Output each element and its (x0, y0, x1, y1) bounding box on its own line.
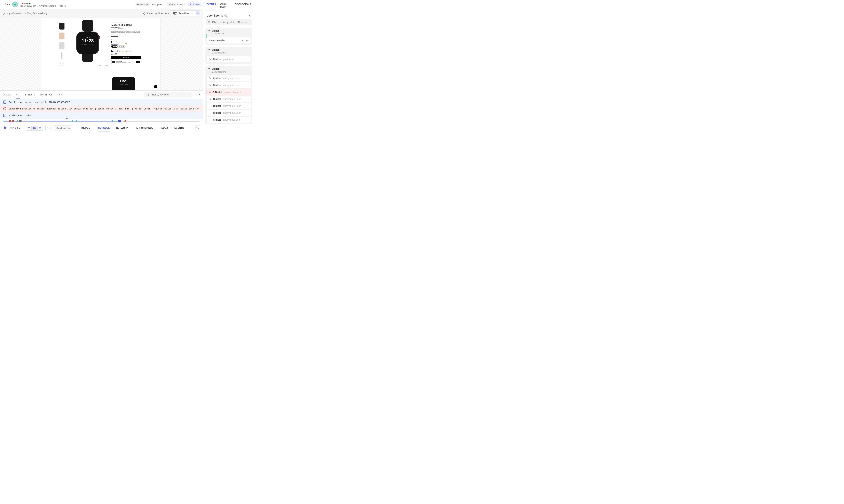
event-group-header[interactable]: Visited/2143/sessions (206, 28, 252, 36)
tab-events[interactable]: EVENTS (174, 124, 184, 132)
thumbnail-more-button[interactable]: ⌄ (60, 62, 64, 66)
click-event[interactable]: Clickedanonymous user (207, 110, 251, 116)
console-line[interactable]: !Unhandled Promise rejection: Request fa… (0, 105, 203, 112)
avatar[interactable] (12, 1, 18, 7)
fullscreen-button[interactable] (195, 126, 200, 131)
time-display[interactable]: 0:01 / 0:55 (10, 127, 24, 129)
play-button[interactable] (3, 126, 7, 130)
page-url[interactable]: https://www.url.com/file/y5werXAxRkIg...… (2, 12, 50, 15)
share-button[interactable]: Share (143, 12, 153, 15)
url-bar: https://www.url.com/file/y5werXAxRkIg...… (0, 9, 203, 18)
tab-redux[interactable]: REDUX (160, 124, 168, 132)
show-more-link[interactable]: Show More… (111, 35, 141, 36)
player-controls: 0:01 / 0:55 10s 1x Skip Inactivity INSPE… (0, 124, 203, 132)
tab-inspect[interactable]: INSPECT (81, 124, 92, 132)
console-tab-errors[interactable]: ERRORS (25, 91, 35, 98)
sidebar-tab-clickmap[interactable]: CLICK MAP (220, 0, 230, 11)
skip-inactivity-button[interactable]: Skip Inactivity (54, 126, 72, 131)
console-close-button[interactable]: ✕ (198, 93, 201, 96)
console-line[interactable]: iOpenReplay tracker sessionID: 628846397… (0, 99, 203, 106)
time-to-render-card[interactable]: Time to Render217ms (207, 37, 251, 44)
console-tab-all[interactable]: ALL (16, 91, 20, 98)
events-filter[interactable] (206, 19, 252, 25)
tab-console[interactable]: CONSOLE (98, 124, 110, 132)
next-session-button[interactable] (196, 11, 200, 15)
timeline-error-marker[interactable]: ! (12, 120, 14, 122)
event-group-header[interactable]: Visited/2143/sessions (206, 66, 252, 74)
events-filter-input[interactable] (212, 21, 250, 24)
error-icon: ! (3, 107, 6, 110)
color-option[interactable]: Natural (118, 46, 125, 48)
skip-back-icon (28, 127, 30, 129)
timeline-note-icon[interactable]: ❝ (66, 118, 68, 121)
svg-point-5 (209, 91, 211, 93)
tag-status[interactable]: Status Active (167, 2, 185, 6)
sidebar-tab-discussions[interactable]: DISCUSSIONS (235, 0, 251, 11)
click-event[interactable]: Clickedanonymous user (207, 75, 251, 81)
add-to-cart-button[interactable]: Add to Cart (111, 56, 141, 59)
hw-option[interactable]: Silver (118, 50, 124, 52)
tag-dealership[interactable]: Dealership Lorem Ipsum (136, 2, 164, 6)
fullscreen-icon (196, 126, 199, 129)
tab-network[interactable]: NETWORK (116, 124, 128, 132)
console-filter-input[interactable] (151, 93, 190, 96)
console-filter[interactable] (144, 92, 192, 97)
tab-info[interactable]: Info (98, 65, 103, 67)
tab-faq[interactable]: FAQ (104, 65, 109, 67)
thumbnail[interactable] (59, 42, 65, 49)
console-tab-info[interactable]: INFO (57, 91, 63, 98)
breadcrumb[interactable]: Watch Bands / Leather Bands (111, 22, 141, 23)
skip-back-button[interactable] (27, 126, 31, 130)
timeline-error-marker[interactable]: ! (19, 120, 21, 122)
autoplay-toggle[interactable] (173, 12, 177, 15)
timeline-error-marker[interactable]: ! (124, 120, 126, 122)
click-event[interactable]: Clickedanonymous user (207, 82, 251, 88)
hw-option[interactable]: Black (111, 50, 118, 52)
hw-option[interactable]: Gold (125, 50, 131, 52)
click-event[interactable]: Clickedanonymous user (207, 117, 251, 123)
event-group-header[interactable]: Visited/2143/sessions (206, 47, 252, 55)
rage-click-icon (209, 91, 211, 93)
click-event[interactable]: Clickedanonymous user (207, 96, 251, 102)
click-event[interactable]: Clickedanonymous user (207, 103, 251, 109)
back-button[interactable]: Back (2, 3, 10, 6)
thumbnail[interactable] (59, 33, 65, 39)
thumbnail[interactable] (61, 52, 63, 59)
timeline-marker[interactable] (72, 120, 73, 122)
timeline-error-marker[interactable]: ! (9, 120, 11, 122)
navigation-icon (208, 68, 210, 70)
skip-interval[interactable]: 10s (31, 126, 38, 130)
replay-viewport[interactable]: ⌄ WED 26 11:28 67° PARTLY CLOUDY Watch B… (0, 18, 203, 90)
thumbnail[interactable] (59, 23, 65, 30)
click-event[interactable]: Clickedproduction (207, 56, 251, 62)
session-meta: Today, 12:39 pm· Chrome, Android· France (20, 4, 66, 7)
upsell-icon (112, 61, 115, 63)
speed-button[interactable]: 1x (46, 126, 52, 130)
timeline-marker[interactable] (76, 120, 77, 122)
upsell-add-button[interactable]: Add (136, 61, 140, 63)
color-option[interactable]: Black (111, 46, 118, 48)
bookmark-button[interactable]: Bookmark (155, 12, 169, 15)
timeline[interactable]: !!!❝! (0, 119, 203, 124)
console-tab-warnings[interactable]: WARNINGS (40, 91, 53, 98)
sidebar-close-button[interactable]: ✕ (248, 14, 251, 18)
user-info: username Today, 12:39 pm· Chrome, Androi… (20, 2, 66, 7)
chevron-left-icon (191, 12, 193, 14)
size-option[interactable]: 40mm / 41mm (111, 41, 120, 43)
sidebar-tab-events[interactable]: EVENTS (207, 0, 216, 11)
timeline-marker[interactable] (21, 120, 22, 122)
click-icon (209, 58, 211, 60)
prev-session-button[interactable] (190, 11, 194, 15)
events-list[interactable]: Visited/2143/sessionsTime to Render217ms… (204, 26, 254, 132)
skip-forward-button[interactable] (38, 126, 43, 130)
navigation-icon (208, 29, 210, 32)
console-line[interactable]: iStylesheet loaded (0, 112, 203, 119)
help-button[interactable]: ? (154, 85, 157, 88)
tag-more[interactable]: + 15 More (188, 2, 201, 6)
timeline-marker[interactable] (17, 120, 18, 122)
tab-performance[interactable]: PERFORMANCE (135, 124, 153, 132)
rage-click-event[interactable]: 3 Clicksanonymous user (207, 89, 251, 95)
info-icon: i (3, 114, 6, 117)
product-rating[interactable]: ★★★★★ 44 Reviews (111, 28, 141, 30)
timeline-marker[interactable] (111, 120, 112, 122)
